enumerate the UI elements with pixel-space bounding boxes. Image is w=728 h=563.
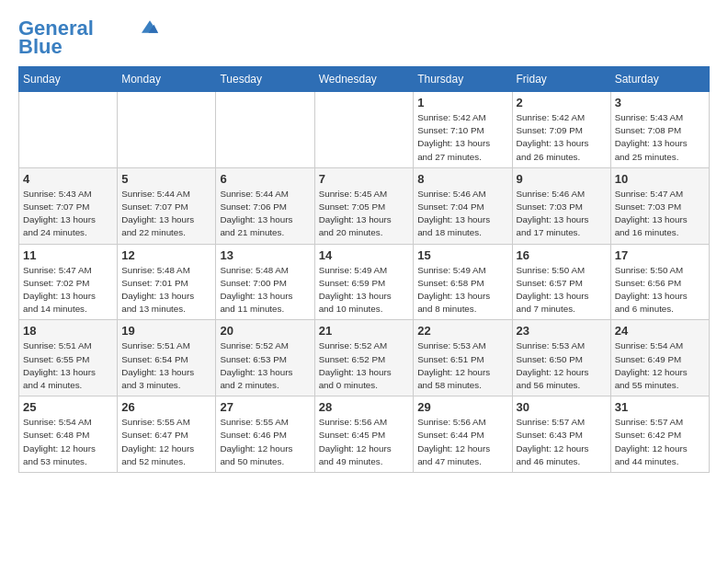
- calendar-week-2: 4Sunrise: 5:43 AMSunset: 7:07 PMDaylight…: [19, 167, 710, 244]
- day-number: 28: [319, 400, 410, 414]
- page-header: General Blue: [18, 18, 710, 57]
- day-number: 8: [417, 172, 507, 186]
- calendar-cell: 15Sunrise: 5:49 AMSunset: 6:58 PMDayligh…: [414, 244, 512, 320]
- calendar-cell: 8Sunrise: 5:46 AMSunset: 7:04 PMDaylight…: [414, 167, 512, 244]
- day-number: 3: [615, 96, 705, 109]
- day-number: 16: [517, 248, 607, 262]
- day-info: Sunrise: 5:49 AMSunset: 6:59 PMDaylight:…: [319, 264, 410, 316]
- day-info: Sunrise: 5:55 AMSunset: 6:47 PMDaylight:…: [121, 416, 211, 468]
- day-number: 19: [121, 324, 211, 338]
- day-number: 26: [121, 400, 211, 414]
- logo-blue-text: Blue: [18, 37, 63, 57]
- calendar-week-1: 1Sunrise: 5:42 AMSunset: 7:10 PMDaylight…: [19, 92, 710, 168]
- calendar-cell: 19Sunrise: 5:51 AMSunset: 6:54 PMDayligh…: [118, 320, 216, 396]
- day-number: 21: [319, 324, 410, 338]
- calendar-cell: 5Sunrise: 5:44 AMSunset: 7:07 PMDaylight…: [118, 167, 216, 244]
- day-number: 4: [23, 172, 113, 186]
- day-number: 1: [417, 96, 507, 109]
- day-header-thursday: Thursday: [414, 67, 512, 92]
- day-info: Sunrise: 5:44 AMSunset: 7:07 PMDaylight:…: [121, 188, 211, 240]
- calendar-cell: 25Sunrise: 5:54 AMSunset: 6:48 PMDayligh…: [19, 396, 118, 473]
- calendar-cell: [19, 92, 118, 168]
- logo-icon: [142, 20, 158, 33]
- calendar-header-row: SundayMondayTuesdayWednesdayThursdayFrid…: [19, 67, 710, 92]
- day-number: 24: [615, 324, 705, 338]
- day-info: Sunrise: 5:56 AMSunset: 6:45 PMDaylight:…: [319, 416, 410, 468]
- calendar-cell: 30Sunrise: 5:57 AMSunset: 6:43 PMDayligh…: [512, 396, 610, 473]
- calendar-cell: 20Sunrise: 5:52 AMSunset: 6:53 PMDayligh…: [216, 320, 314, 396]
- calendar-cell: 23Sunrise: 5:53 AMSunset: 6:50 PMDayligh…: [512, 320, 610, 396]
- day-info: Sunrise: 5:54 AMSunset: 6:48 PMDaylight:…: [23, 416, 113, 468]
- day-info: Sunrise: 5:46 AMSunset: 7:03 PMDaylight:…: [517, 188, 607, 240]
- calendar-cell: 10Sunrise: 5:47 AMSunset: 7:03 PMDayligh…: [610, 167, 709, 244]
- day-info: Sunrise: 5:52 AMSunset: 6:53 PMDaylight:…: [220, 339, 310, 392]
- calendar-week-3: 11Sunrise: 5:47 AMSunset: 7:02 PMDayligh…: [19, 244, 710, 320]
- day-info: Sunrise: 5:43 AMSunset: 7:07 PMDaylight:…: [23, 188, 113, 240]
- calendar-cell: 27Sunrise: 5:55 AMSunset: 6:46 PMDayligh…: [216, 396, 314, 473]
- day-number: 13: [220, 248, 310, 262]
- calendar-cell: [216, 92, 314, 168]
- calendar-cell: 24Sunrise: 5:54 AMSunset: 6:49 PMDayligh…: [610, 320, 709, 396]
- day-info: Sunrise: 5:47 AMSunset: 7:02 PMDaylight:…: [23, 264, 113, 316]
- day-header-monday: Monday: [118, 67, 216, 92]
- day-info: Sunrise: 5:48 AMSunset: 7:00 PMDaylight:…: [220, 264, 310, 316]
- day-info: Sunrise: 5:51 AMSunset: 6:55 PMDaylight:…: [23, 339, 113, 392]
- day-info: Sunrise: 5:42 AMSunset: 7:09 PMDaylight:…: [517, 111, 607, 164]
- day-info: Sunrise: 5:56 AMSunset: 6:44 PMDaylight:…: [417, 416, 507, 468]
- day-number: 27: [220, 400, 310, 414]
- calendar-cell: 4Sunrise: 5:43 AMSunset: 7:07 PMDaylight…: [19, 167, 118, 244]
- day-header-friday: Friday: [512, 67, 610, 92]
- calendar-week-5: 25Sunrise: 5:54 AMSunset: 6:48 PMDayligh…: [19, 396, 710, 473]
- day-info: Sunrise: 5:49 AMSunset: 6:58 PMDaylight:…: [417, 264, 507, 316]
- calendar-cell: 14Sunrise: 5:49 AMSunset: 6:59 PMDayligh…: [314, 244, 414, 320]
- day-info: Sunrise: 5:42 AMSunset: 7:10 PMDaylight:…: [417, 111, 507, 164]
- calendar-table: SundayMondayTuesdayWednesdayThursdayFrid…: [18, 66, 710, 473]
- day-info: Sunrise: 5:47 AMSunset: 7:03 PMDaylight:…: [615, 188, 705, 240]
- calendar-cell: 26Sunrise: 5:55 AMSunset: 6:47 PMDayligh…: [118, 396, 216, 473]
- calendar-cell: 28Sunrise: 5:56 AMSunset: 6:45 PMDayligh…: [314, 396, 414, 473]
- day-header-tuesday: Tuesday: [216, 67, 314, 92]
- calendar-cell: 7Sunrise: 5:45 AMSunset: 7:05 PMDaylight…: [314, 167, 414, 244]
- day-info: Sunrise: 5:45 AMSunset: 7:05 PMDaylight:…: [319, 188, 410, 240]
- day-number: 20: [220, 324, 310, 338]
- day-info: Sunrise: 5:48 AMSunset: 7:01 PMDaylight:…: [121, 264, 211, 316]
- day-number: 30: [517, 400, 607, 414]
- calendar-cell: 16Sunrise: 5:50 AMSunset: 6:57 PMDayligh…: [512, 244, 610, 320]
- day-number: 5: [121, 172, 211, 186]
- calendar-cell: 2Sunrise: 5:42 AMSunset: 7:09 PMDaylight…: [512, 92, 610, 168]
- day-info: Sunrise: 5:57 AMSunset: 6:42 PMDaylight:…: [615, 416, 705, 468]
- day-info: Sunrise: 5:50 AMSunset: 6:57 PMDaylight:…: [517, 264, 607, 316]
- calendar-cell: [118, 92, 216, 168]
- calendar-cell: 6Sunrise: 5:44 AMSunset: 7:06 PMDaylight…: [216, 167, 314, 244]
- day-number: 9: [517, 172, 607, 186]
- day-info: Sunrise: 5:54 AMSunset: 6:49 PMDaylight:…: [615, 339, 705, 392]
- day-info: Sunrise: 5:57 AMSunset: 6:43 PMDaylight:…: [517, 416, 607, 468]
- day-number: 2: [517, 96, 607, 109]
- day-number: 31: [615, 400, 705, 414]
- day-info: Sunrise: 5:50 AMSunset: 6:56 PMDaylight:…: [615, 264, 705, 316]
- calendar-cell: 17Sunrise: 5:50 AMSunset: 6:56 PMDayligh…: [610, 244, 709, 320]
- day-number: 7: [319, 172, 410, 186]
- day-number: 12: [121, 248, 211, 262]
- day-number: 23: [517, 324, 607, 338]
- calendar-week-4: 18Sunrise: 5:51 AMSunset: 6:55 PMDayligh…: [19, 320, 710, 396]
- calendar-cell: 22Sunrise: 5:53 AMSunset: 6:51 PMDayligh…: [414, 320, 512, 396]
- day-info: Sunrise: 5:51 AMSunset: 6:54 PMDaylight:…: [121, 339, 211, 392]
- calendar-cell: 21Sunrise: 5:52 AMSunset: 6:52 PMDayligh…: [314, 320, 414, 396]
- calendar-cell: 18Sunrise: 5:51 AMSunset: 6:55 PMDayligh…: [19, 320, 118, 396]
- day-number: 22: [417, 324, 507, 338]
- day-number: 14: [319, 248, 410, 262]
- calendar-cell: 13Sunrise: 5:48 AMSunset: 7:00 PMDayligh…: [216, 244, 314, 320]
- calendar-cell: 1Sunrise: 5:42 AMSunset: 7:10 PMDaylight…: [414, 92, 512, 168]
- calendar-cell: 3Sunrise: 5:43 AMSunset: 7:08 PMDaylight…: [610, 92, 709, 168]
- calendar-cell: 29Sunrise: 5:56 AMSunset: 6:44 PMDayligh…: [414, 396, 512, 473]
- day-info: Sunrise: 5:52 AMSunset: 6:52 PMDaylight:…: [319, 339, 410, 392]
- day-header-saturday: Saturday: [610, 67, 709, 92]
- calendar-body: 1Sunrise: 5:42 AMSunset: 7:10 PMDaylight…: [19, 92, 710, 473]
- day-info: Sunrise: 5:43 AMSunset: 7:08 PMDaylight:…: [615, 111, 705, 164]
- calendar-cell: 9Sunrise: 5:46 AMSunset: 7:03 PMDaylight…: [512, 167, 610, 244]
- day-info: Sunrise: 5:53 AMSunset: 6:50 PMDaylight:…: [517, 339, 607, 392]
- calendar-cell: [314, 92, 414, 168]
- logo: General Blue: [18, 18, 158, 57]
- day-number: 6: [220, 172, 310, 186]
